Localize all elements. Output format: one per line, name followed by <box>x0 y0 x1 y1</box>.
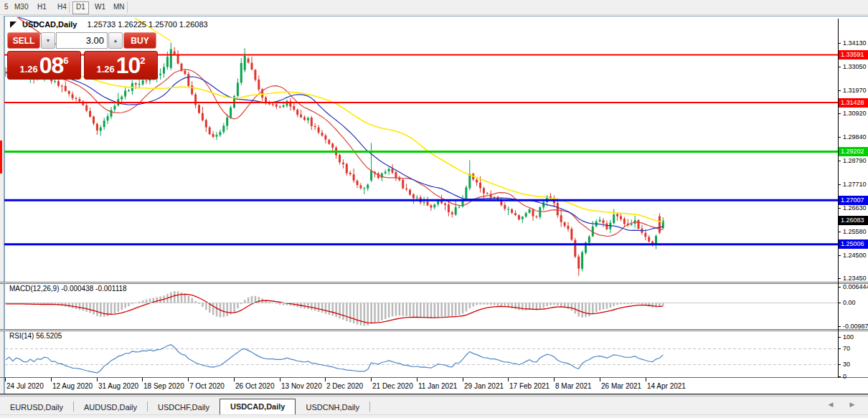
price-axis-label: 1.33050 <box>843 63 868 71</box>
price-axis-label: 1.29840 <box>843 133 868 141</box>
macd-indicator-label: MACD(12,26,9) -0.000438 -0.001118 <box>9 285 127 293</box>
macd-axis-label: -0.009871 <box>843 323 868 331</box>
rsi-axis-label: 0 <box>843 373 868 381</box>
time-axis-tick <box>508 378 509 381</box>
price-axis-label: 1.30920 <box>843 110 868 118</box>
ask-price-pipette: 2 <box>140 55 145 66</box>
price-axis-label: 1.26630 <box>843 204 868 212</box>
rsi-axis-label: 30 <box>843 361 868 369</box>
time-axis-label: 31 Aug 2020 <box>98 382 138 390</box>
price-axis-label: 1.23450 <box>843 275 868 282</box>
level-price-tag: 1.27007 <box>839 196 868 205</box>
time-axis-tick <box>600 378 600 381</box>
level-price-tag: 1.31428 <box>839 98 868 108</box>
rsi-axis-label: 100 <box>843 333 868 341</box>
price-axis-label: 1.31970 <box>843 87 868 95</box>
time-axis-label: 12 Aug 2020 <box>52 382 93 390</box>
time-axis-label: 14 Apr 2021 <box>647 382 686 390</box>
bid-price-pipette: 6 <box>63 55 68 66</box>
time-axis-tick <box>5 378 6 381</box>
trading-app-window: 5M30H1H4D1W1MN USDCAD,Daily 1.25733 1.26… <box>0 0 868 418</box>
macd-axis-label: 0.006444 <box>843 283 868 291</box>
time-axis-label: 8 Mar 2021 <box>555 382 592 390</box>
symbol-period-label: USDCAD,Daily <box>22 20 77 29</box>
level-price-tag: 1.25006 <box>839 239 868 249</box>
rsi-axis-label: 70 <box>843 345 868 353</box>
time-axis-tick <box>646 378 646 381</box>
time-axis-label: 26 Oct 2020 <box>235 382 274 390</box>
window-corner-triangle-icon <box>10 22 16 28</box>
status-strip <box>0 414 868 418</box>
tab-separator <box>369 402 370 412</box>
chart-window-bottom-border-2 <box>0 394 868 395</box>
ask-price-big-digits: 10 <box>116 52 141 79</box>
time-axis-label: 18 Sep 2020 <box>143 382 184 390</box>
chart-tab-bar: EURUSD,DailyAUDUSD,DailyUSDCHF,DailyUSDC… <box>0 396 868 415</box>
level-price-tag: 1.33591 <box>839 50 868 60</box>
tab-audusd[interactable]: AUDUSD,Daily <box>74 400 147 414</box>
volume-input[interactable] <box>56 32 108 49</box>
time-axis-label: 7 Oct 2020 <box>189 382 225 390</box>
time-axis-tick <box>325 378 326 381</box>
tab-scroll-left-icon[interactable]: ◀ <box>825 399 836 409</box>
tab-usdcad[interactable]: USDCAD,Daily <box>220 399 296 415</box>
time-axis-tick <box>371 378 372 381</box>
tab-usdchf[interactable]: USDCHF,Daily <box>148 400 220 414</box>
price-axis-label: 1.25580 <box>843 228 868 236</box>
time-axis-tick <box>188 378 189 381</box>
time-axis-tick <box>142 378 143 381</box>
time-axis-tick <box>234 378 235 381</box>
time-axis-tick <box>51 378 52 381</box>
bid-price-big-digits: 08 <box>39 52 64 79</box>
time-axis-label: 11 Jan 2021 <box>418 382 457 390</box>
time-axis-tick <box>554 378 555 381</box>
time-axis-label: 24 Jul 2020 <box>6 382 44 390</box>
macd-axis-label: 0.00 <box>843 299 868 307</box>
bid-price-prefix: 1.26 <box>19 64 37 75</box>
ohlc-values: 1.25733 1.26225 1.25700 1.26083 <box>87 20 207 29</box>
ask-price-panel[interactable]: 1.26 10 2 <box>84 51 158 80</box>
volume-increase-button[interactable]: ▲ <box>108 32 123 49</box>
arrow-down-icon: ▼ <box>46 38 51 43</box>
time-axis-tick <box>463 378 463 381</box>
price-axis-label: 1.27710 <box>843 181 868 189</box>
tab-scroll-right-icon[interactable]: ▶ <box>846 399 858 409</box>
tab-usdcnh[interactable]: USDCNH,Daily <box>296 400 369 414</box>
time-axis-tick <box>280 378 280 381</box>
time-axis-label: 26 Mar 2021 <box>601 382 641 390</box>
price-axis-label: 1.24500 <box>843 252 868 260</box>
bid-price-panel[interactable]: 1.26 08 6 <box>7 51 81 80</box>
one-click-trading-panel: SELL ▼ ▲ BUY 1.26 08 6 1.26 10 2 <box>7 32 158 80</box>
chart-title: USDCAD,Daily 1.25733 1.26225 1.25700 1.2… <box>10 19 208 29</box>
ask-price-prefix: 1.26 <box>96 64 114 75</box>
time-axis-label: 17 Feb 2021 <box>509 382 549 390</box>
sell-button[interactable]: SELL <box>7 32 40 49</box>
current-price-tag: 1.26083 <box>839 216 868 225</box>
time-axis-tick <box>417 378 418 381</box>
time-axis-label: 2 Dec 2020 <box>326 382 363 390</box>
arrow-up-icon: ▲ <box>113 38 118 43</box>
price-axis-label: 1.34130 <box>843 39 868 47</box>
rsi-indicator-label: RSI(14) 56.5205 <box>9 332 62 340</box>
volume-decrease-button[interactable]: ▼ <box>41 32 55 49</box>
price-axis-label: 1.28790 <box>843 157 868 165</box>
time-axis-label: 21 Dec 2020 <box>372 382 413 390</box>
time-axis-label: 29 Jan 2021 <box>464 382 504 390</box>
tab-eurusd[interactable]: EURUSD,Daily <box>0 400 73 414</box>
level-price-tag: 1.29202 <box>839 147 868 156</box>
time-axis-label: 13 Nov 2020 <box>281 382 322 390</box>
time-axis-tick <box>97 378 98 381</box>
buy-button[interactable]: BUY <box>123 32 156 49</box>
